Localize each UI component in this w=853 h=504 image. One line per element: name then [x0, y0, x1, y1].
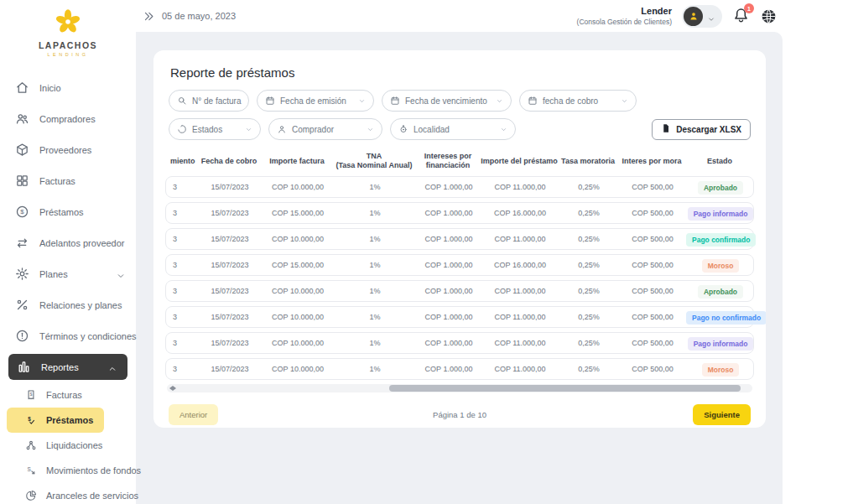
sidebar-item-facturas[interactable]: $Facturas [0, 382, 136, 408]
table-cell: 1% [334, 183, 416, 191]
table-cell: COP 500,00 [619, 235, 686, 243]
table-cell: 0,25% [559, 209, 619, 217]
filter-select-comprador[interactable]: Comprador [268, 118, 382, 140]
sidebar-item-relaciones-y-planes[interactable]: Relaciones y planes [0, 289, 136, 320]
sidebar-item-proveedores[interactable]: Proveedores [0, 134, 136, 165]
column-header-fecha-de-cobro: Fecha de cobro [197, 157, 261, 166]
pagination: Anterior Página 1 de 10 Siguiente [165, 404, 754, 425]
sidebar-item-label: Términos y condiciones [39, 331, 137, 341]
table-cell: 0,25% [559, 287, 619, 295]
cube-icon [15, 143, 29, 157]
content-area: Reporte de préstamos N° de facturaFecha … [136, 32, 783, 504]
sidebar-item-prestamos[interactable]: $Préstamos [7, 408, 104, 433]
sidebar-item-adelantos-proveedor[interactable]: Adelantos proveedor [0, 227, 136, 258]
table-cell: COP 15.000,00 [262, 261, 334, 269]
filter-select-localidad[interactable]: Localidad [390, 118, 516, 140]
svg-text:S: S [28, 466, 31, 472]
sidebar-item-compradores[interactable]: Compradores [0, 103, 136, 134]
search-icon [177, 96, 187, 106]
svg-text:$: $ [20, 208, 24, 216]
column-header-tna: TNA (Tasa Nominal Anual) [333, 152, 415, 171]
language-button[interactable] [760, 8, 778, 25]
download-xlsx-button[interactable]: Descargar XLSX [652, 119, 751, 140]
sidebar-item-facturas[interactable]: Facturas [0, 165, 136, 196]
sidebar-collapse-icon[interactable] [143, 10, 155, 23]
table-cell: 1% [334, 235, 416, 243]
sidebar-item-terminos-y-condiciones[interactable]: Términos y condiciones [0, 320, 136, 351]
user-name: Lender [577, 6, 672, 18]
table-cell: COP 500,00 [619, 365, 686, 373]
flower-logo-icon [55, 8, 81, 35]
dollar-circle-icon: $ [15, 205, 29, 219]
sidebar-item-label: Compradores [39, 114, 96, 124]
table-cell: COP 10.000,00 [262, 365, 334, 373]
sidebar-item-reportes[interactable]: Reportes [8, 354, 127, 380]
filter-select-fecha-de-emision[interactable]: Fecha de emisión [257, 90, 374, 112]
table-cell: COP 500,00 [619, 313, 686, 321]
filter-label: Comprador [292, 125, 334, 134]
home-icon [15, 81, 29, 95]
sidebar-item-prestamos[interactable]: $Préstamos [0, 196, 136, 227]
filters-row-2: EstadosCompradorLocalidad Descargar XLSX [165, 118, 754, 140]
table-cell-status: Pago no confirmado [686, 309, 755, 325]
column-header-intereses-por: Intereses por financiación [415, 152, 481, 171]
horizontal-scrollbar[interactable] [167, 384, 752, 392]
table-cell: COP 10.000,00 [262, 183, 334, 191]
page-indicator: Página 1 de 10 [433, 410, 486, 419]
column-header-estado: Estado [685, 157, 754, 166]
table-cell: 1% [334, 209, 416, 217]
sidebar-item-label: Liquidaciones [46, 440, 102, 450]
table-cell: COP 500,00 [619, 287, 686, 295]
sidebar-item-liquidaciones[interactable]: Liquidaciones [0, 433, 136, 458]
sidebar-nav: InicioCompradoresProveedoresFacturas$Pré… [0, 72, 136, 504]
table-cell: 0,25% [559, 235, 619, 243]
sidebar-item-inicio[interactable]: Inicio [0, 72, 136, 103]
brand-logo: LAPACHOS LENDING [0, 0, 136, 64]
status-badge: Aprobado [698, 181, 743, 195]
table-cell: COP 10.000,00 [262, 235, 334, 243]
calendar-icon [265, 96, 275, 106]
table-row: 315/07/2023COP 15.000,001%COP 1.000,00CO… [165, 254, 754, 276]
filter-select-estados[interactable]: Estados [169, 118, 261, 140]
table-cell: 0,25% [559, 261, 619, 269]
sidebar-item-movimientos-de-fondos[interactable]: SMovimientos de fondos [0, 458, 136, 483]
next-page-button[interactable]: Siguiente [693, 404, 751, 425]
previous-page-button[interactable]: Anterior [169, 404, 218, 425]
filter-label: Fecha de emisión [280, 96, 346, 106]
table-row: 315/07/2023COP 10.000,001%COP 1.000,00CO… [165, 358, 754, 380]
table-cell: 15/07/2023 [198, 183, 262, 191]
table-cell-status: Pago informado [686, 205, 755, 221]
filter-input-n-de-factura[interactable]: N° de factura [169, 90, 249, 112]
report-card: Reporte de préstamos N° de facturaFecha … [153, 50, 766, 428]
sidebar-item-label: Facturas [39, 176, 75, 186]
table-cell: 1% [334, 261, 416, 269]
table-row: 315/07/2023COP 10.000,001%COP 1.000,00CO… [165, 228, 754, 250]
table-cell: 15/07/2023 [198, 365, 262, 373]
table-cell: 3 [166, 261, 198, 269]
filter-select-fecha-de-vencimiento[interactable]: Fecha de vencimiento [382, 90, 512, 112]
sidebar-item-label: Préstamos [39, 207, 84, 217]
calendar-icon [390, 96, 400, 106]
table-cell-status: Aprobado [686, 283, 755, 299]
chevron-down-icon [367, 126, 374, 133]
table-header: mientoFecha de cobroImporte facturaTNA (… [165, 148, 754, 176]
status-badge: Aprobado [698, 285, 743, 299]
table-cell: 1% [334, 313, 416, 321]
table-cell: COP 1.000,00 [416, 365, 481, 373]
status-badge: Moroso [702, 259, 740, 273]
table-row: 315/07/2023COP 10.000,001%COP 1.000,00CO… [165, 176, 754, 198]
table-cell: COP 500,00 [619, 339, 686, 347]
table-row: 315/07/2023COP 10.000,001%COP 1.000,00CO… [165, 280, 754, 302]
table-cell: 1% [334, 365, 416, 373]
scrollbar-thumb[interactable] [389, 385, 741, 392]
table-cell: 3 [166, 313, 198, 321]
sidebar-item-label: Relaciones y planes [39, 300, 122, 310]
sidebar-item-planes[interactable]: Planes [0, 258, 136, 289]
table-cell: COP 10.000,00 [262, 339, 334, 347]
percent-icon [15, 298, 29, 312]
user-menu-button[interactable] [682, 5, 722, 28]
status-badge: Pago confirmado [686, 233, 756, 247]
filter-select-fecha-de-cobro[interactable]: fecha de cobro [519, 90, 637, 112]
notifications-button[interactable]: 1 [732, 7, 750, 25]
sidebar-item-aranceles-de-servicios[interactable]: Aranceles de servicios [0, 483, 136, 504]
